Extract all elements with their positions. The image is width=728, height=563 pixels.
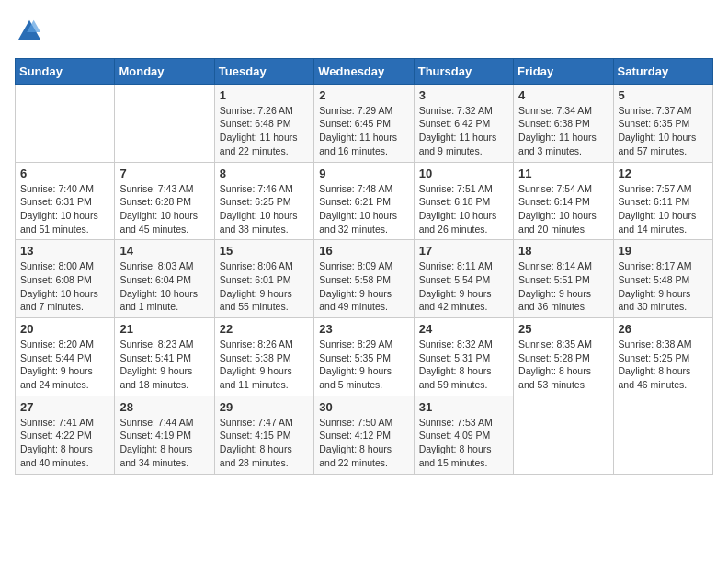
day-number: 23 [319, 322, 408, 336]
calendar-cell: 2Sunrise: 7:29 AM Sunset: 6:45 PM Daylig… [314, 84, 414, 162]
day-number: 5 [619, 88, 708, 102]
calendar-cell: 14Sunrise: 8:03 AM Sunset: 6:04 PM Dayli… [115, 240, 214, 318]
header-wednesday: Wednesday [314, 58, 414, 84]
day-number: 8 [220, 167, 309, 180]
day-info: Sunrise: 8:20 AM Sunset: 5:44 PM Dayligh… [20, 338, 109, 392]
week-row-3: 13Sunrise: 8:00 AM Sunset: 6:08 PM Dayli… [16, 240, 713, 318]
day-number: 3 [419, 88, 508, 102]
day-info: Sunrise: 7:41 AM Sunset: 4:22 PM Dayligh… [20, 416, 109, 470]
calendar-cell: 10Sunrise: 7:51 AM Sunset: 6:18 PM Dayli… [414, 162, 513, 240]
day-number: 25 [518, 322, 608, 336]
day-number: 28 [119, 400, 209, 414]
day-info: Sunrise: 8:23 AM Sunset: 5:41 PM Dayligh… [119, 338, 209, 392]
calendar-cell: 22Sunrise: 8:26 AM Sunset: 5:38 PM Dayli… [214, 318, 313, 396]
calendar-cell: 15Sunrise: 8:06 AM Sunset: 6:01 PM Dayli… [214, 240, 313, 318]
calendar-cell: 29Sunrise: 7:47 AM Sunset: 4:15 PM Dayli… [214, 396, 313, 474]
calendar-cell: 20Sunrise: 8:20 AM Sunset: 5:44 PM Dayli… [16, 318, 115, 396]
calendar-cell: 6Sunrise: 7:40 AM Sunset: 6:31 PM Daylig… [16, 162, 115, 240]
day-number: 9 [319, 167, 408, 180]
day-info: Sunrise: 7:29 AM Sunset: 6:45 PM Dayligh… [319, 104, 408, 158]
header-tuesday: Tuesday [214, 58, 313, 84]
calendar-cell: 27Sunrise: 7:41 AM Sunset: 4:22 PM Dayli… [16, 396, 115, 474]
calendar-cell: 21Sunrise: 8:23 AM Sunset: 5:41 PM Dayli… [115, 318, 214, 396]
header-monday: Monday [115, 58, 214, 84]
day-number: 18 [518, 244, 608, 258]
calendar-cell: 25Sunrise: 8:35 AM Sunset: 5:28 PM Dayli… [514, 318, 613, 396]
calendar-header-row: SundayMondayTuesdayWednesdayThursdayFrid… [16, 58, 713, 84]
week-row-5: 27Sunrise: 7:41 AM Sunset: 4:22 PM Dayli… [16, 396, 713, 474]
day-info: Sunrise: 7:34 AM Sunset: 6:38 PM Dayligh… [518, 104, 608, 158]
day-number: 15 [220, 244, 309, 258]
day-info: Sunrise: 7:48 AM Sunset: 6:21 PM Dayligh… [319, 182, 408, 236]
day-info: Sunrise: 7:51 AM Sunset: 6:18 PM Dayligh… [419, 182, 508, 236]
week-row-2: 6Sunrise: 7:40 AM Sunset: 6:31 PM Daylig… [16, 162, 713, 240]
day-info: Sunrise: 7:47 AM Sunset: 4:15 PM Dayligh… [220, 416, 309, 470]
calendar-cell: 8Sunrise: 7:46 AM Sunset: 6:25 PM Daylig… [214, 162, 313, 240]
day-info: Sunrise: 7:57 AM Sunset: 6:11 PM Dayligh… [619, 182, 708, 236]
calendar-cell: 3Sunrise: 7:32 AM Sunset: 6:42 PM Daylig… [414, 84, 513, 162]
header-sunday: Sunday [16, 58, 115, 84]
calendar-cell [115, 84, 214, 162]
day-number: 2 [319, 88, 408, 102]
day-info: Sunrise: 8:38 AM Sunset: 5:25 PM Dayligh… [619, 338, 708, 392]
header-friday: Friday [514, 58, 613, 84]
day-number: 11 [518, 167, 608, 180]
calendar-cell: 24Sunrise: 8:32 AM Sunset: 5:31 PM Dayli… [414, 318, 513, 396]
calendar-cell: 18Sunrise: 8:14 AM Sunset: 5:51 PM Dayli… [514, 240, 613, 318]
calendar-body: 1Sunrise: 7:26 AM Sunset: 6:48 PM Daylig… [16, 84, 713, 474]
calendar-cell: 19Sunrise: 8:17 AM Sunset: 5:48 PM Dayli… [613, 240, 712, 318]
day-info: Sunrise: 7:44 AM Sunset: 4:19 PM Dayligh… [119, 416, 209, 470]
calendar-cell: 26Sunrise: 8:38 AM Sunset: 5:25 PM Dayli… [613, 318, 712, 396]
day-number: 10 [419, 167, 508, 180]
calendar-cell: 12Sunrise: 7:57 AM Sunset: 6:11 PM Dayli… [613, 162, 712, 240]
calendar-cell: 28Sunrise: 7:44 AM Sunset: 4:19 PM Dayli… [115, 396, 214, 474]
day-number: 7 [119, 167, 209, 180]
day-info: Sunrise: 8:00 AM Sunset: 6:08 PM Dayligh… [20, 259, 109, 314]
calendar-cell: 13Sunrise: 8:00 AM Sunset: 6:08 PM Dayli… [16, 240, 115, 318]
day-number: 21 [119, 322, 209, 336]
day-info: Sunrise: 7:53 AM Sunset: 4:09 PM Dayligh… [419, 416, 508, 470]
header-thursday: Thursday [414, 58, 513, 84]
day-info: Sunrise: 8:14 AM Sunset: 5:51 PM Dayligh… [518, 259, 608, 314]
day-number: 17 [419, 244, 508, 258]
calendar-cell: 17Sunrise: 8:11 AM Sunset: 5:54 PM Dayli… [414, 240, 513, 318]
day-info: Sunrise: 8:32 AM Sunset: 5:31 PM Dayligh… [419, 338, 508, 392]
day-info: Sunrise: 7:37 AM Sunset: 6:35 PM Dayligh… [619, 104, 708, 158]
day-info: Sunrise: 7:50 AM Sunset: 4:12 PM Dayligh… [319, 416, 408, 470]
day-info: Sunrise: 7:32 AM Sunset: 6:42 PM Dayligh… [419, 104, 508, 158]
day-info: Sunrise: 8:26 AM Sunset: 5:38 PM Dayligh… [220, 338, 309, 392]
calendar-cell: 31Sunrise: 7:53 AM Sunset: 4:09 PM Dayli… [414, 396, 513, 474]
day-number: 24 [419, 322, 508, 336]
day-number: 16 [319, 244, 408, 258]
calendar-cell: 16Sunrise: 8:09 AM Sunset: 5:58 PM Dayli… [314, 240, 414, 318]
logo [15, 18, 42, 49]
day-number: 30 [319, 400, 408, 414]
calendar-cell [613, 396, 712, 474]
day-info: Sunrise: 8:29 AM Sunset: 5:35 PM Dayligh… [319, 338, 408, 392]
logo-icon [17, 18, 42, 44]
day-info: Sunrise: 8:11 AM Sunset: 5:54 PM Dayligh… [419, 259, 508, 314]
calendar-cell: 1Sunrise: 7:26 AM Sunset: 6:48 PM Daylig… [214, 84, 313, 162]
day-number: 4 [518, 88, 608, 102]
day-number: 26 [619, 322, 708, 336]
day-number: 13 [20, 244, 109, 258]
week-row-1: 1Sunrise: 7:26 AM Sunset: 6:48 PM Daylig… [16, 84, 713, 162]
day-number: 20 [20, 322, 109, 336]
header-saturday: Saturday [613, 58, 712, 84]
calendar-table: SundayMondayTuesdayWednesdayThursdayFrid… [15, 58, 713, 475]
day-info: Sunrise: 7:26 AM Sunset: 6:48 PM Dayligh… [220, 104, 309, 158]
day-number: 22 [220, 322, 309, 336]
day-number: 19 [619, 244, 708, 258]
day-info: Sunrise: 7:43 AM Sunset: 6:28 PM Dayligh… [119, 182, 209, 236]
calendar-cell: 7Sunrise: 7:43 AM Sunset: 6:28 PM Daylig… [115, 162, 214, 240]
day-info: Sunrise: 8:09 AM Sunset: 5:58 PM Dayligh… [319, 259, 408, 314]
day-info: Sunrise: 7:46 AM Sunset: 6:25 PM Dayligh… [220, 182, 309, 236]
day-number: 27 [20, 400, 109, 414]
calendar-cell: 23Sunrise: 8:29 AM Sunset: 5:35 PM Dayli… [314, 318, 414, 396]
calendar-cell [16, 84, 115, 162]
day-number: 1 [220, 88, 309, 102]
day-number: 14 [119, 244, 209, 258]
calendar-cell: 5Sunrise: 7:37 AM Sunset: 6:35 PM Daylig… [613, 84, 712, 162]
day-number: 31 [419, 400, 508, 414]
calendar-cell [514, 396, 613, 474]
